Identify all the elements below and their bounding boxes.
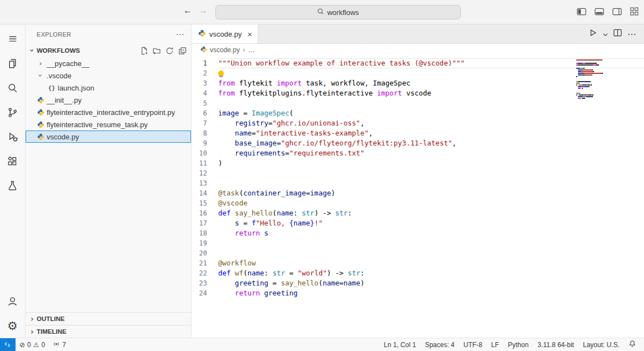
code-line-11[interactable]: 11) [192,158,644,168]
encoding[interactable]: UTF-8 [459,338,487,351]
minimap[interactable] [576,59,616,99]
line-content: def wf(name: str = "world") -> str: [218,268,644,278]
line-content: registry="ghcr.io/unionai-oss", [218,118,644,128]
tab-vscode-py[interactable]: vscode.py × [192,24,258,43]
workspace-title: WORKFLOWS [37,47,80,54]
tree-item-label: vscode.py [47,133,79,141]
line-number: 10 [192,149,218,157]
code-line-23[interactable]: 23 greeting = say_hello(name=name) [192,278,644,288]
line-number: 13 [192,179,218,187]
line-content [218,238,644,248]
tree-item--init-py[interactable]: __init__.py [26,94,191,106]
code-line-18[interactable]: 18 return s [192,228,644,238]
search-view-icon[interactable] [0,76,26,100]
source-control-icon[interactable] [0,100,26,124]
line-number: 8 [192,129,218,137]
code-line-17[interactable]: 17 s = f"Hello, {name}!" [192,218,644,228]
split-editor-icon[interactable] [613,29,622,39]
code-line-13[interactable]: 13 [192,178,644,188]
collapse-all-icon[interactable] [178,47,187,55]
code-line-24[interactable]: 24 return greeting [192,288,644,298]
bell-icon[interactable] [624,340,641,349]
code-line-20[interactable]: 20 [192,248,644,258]
python-version[interactable]: 3.11.8 64-bit [533,338,578,351]
ports-count: 7 [62,341,66,349]
code-line-10[interactable]: 10 requirements="requirements.txt" [192,148,644,158]
toggle-panel-icon[interactable] [595,8,604,16]
cursor-position[interactable]: Ln 1, Col 1 [379,338,420,351]
line-number: 22 [192,269,218,277]
code-line-6[interactable]: 6image = ImageSpec( [192,108,644,118]
code-line-9[interactable]: 9 base_image="ghcr.io/flyteorg/flytekit:… [192,138,644,148]
code-line-19[interactable]: 19 [192,238,644,248]
code-line-16[interactable]: 16def say_hello(name: str) -> str: [192,208,644,218]
code-line-8[interactable]: 8 name="interactive-tasks-example", [192,128,644,138]
editor-group: vscode.py × ⋯ [192,24,644,338]
code-line-22[interactable]: 22def wf(name: str = "world") -> str: [192,268,644,278]
tree-item-launch-json[interactable]: {}launch.json [26,82,191,94]
remote-indicator[interactable] [0,338,16,351]
explorer-more-actions-icon[interactable]: ⋯ [176,29,184,39]
outline-section[interactable]: › OUTLINE [26,312,191,325]
code-editor[interactable]: 1"""Union workflow example of interactiv… [192,56,644,338]
code-line-14[interactable]: 14@task(container_image=image) [192,188,644,198]
sidebar-title: EXPLORER [37,31,71,38]
toggle-primary-sidebar-icon[interactable] [577,8,586,16]
code-line-21[interactable]: 21@workflow [192,258,644,268]
refresh-icon[interactable] [165,47,174,55]
menu-icon[interactable] [0,27,26,51]
tab-close-icon[interactable]: × [248,30,253,38]
code-line-5[interactable]: 5 [192,98,644,108]
timeline-section[interactable]: › TIMELINE [26,325,191,338]
chevron-down-icon: › [36,71,46,80]
ports-indicator[interactable]: 7 [49,338,70,351]
settings-gear-icon[interactable]: ⚙ [0,313,26,338]
tree-item--vscode[interactable]: ›.vscode [26,69,191,82]
editor-more-actions-icon[interactable]: ⋯ [627,29,636,39]
line-content: return s [218,228,644,238]
back-button[interactable]: ← [183,6,192,16]
account-icon[interactable] [0,289,26,313]
tree-item--pycache-[interactable]: ›__pycache__ [26,57,191,69]
title-bar: ← → workflows [0,0,644,24]
line-number: 23 [192,279,218,287]
line-number: 9 [192,139,218,147]
run-debug-icon[interactable] [0,124,26,149]
line-number: 19 [192,239,218,247]
problems-indicator[interactable]: ⊘ 0 ⚠ 0 [16,338,49,351]
run-dropdown-chevron-icon[interactable] [603,29,608,39]
line-content: greeting = say_hello(name=name) [218,278,644,288]
breadcrumb-more[interactable]: … [248,46,255,54]
ports-icon [53,340,60,349]
breadcrumb-file[interactable]: vscode.py [210,46,240,54]
keyboard-layout[interactable]: Layout: U.S. [578,338,624,351]
errors-count: 0 [27,341,31,349]
code-line-12[interactable]: 12 [192,168,644,178]
command-center-search[interactable]: workflows [215,5,461,19]
tab-label: vscode.py [209,30,242,38]
line-content: base_image="ghcr.io/flyteorg/flytekit:py… [218,138,644,148]
tree-item-flyteinteractive-resume-task-py[interactable]: flyteinteractive_resume_task.py [26,118,191,131]
tree-item-flyteinteractive-interactive-entrypoint-py[interactable]: flyteinteractive_interactive_entrypoint.… [26,106,191,118]
code-line-15[interactable]: 15@vscode [192,198,644,208]
explorer-actions [140,47,187,55]
eol[interactable]: LF [487,338,504,351]
python-icon [36,121,46,128]
run-python-file-icon[interactable] [588,28,597,39]
indentation[interactable]: Spaces: 4 [420,338,459,351]
toggle-secondary-sidebar-icon[interactable] [612,8,622,16]
language-mode[interactable]: Python [504,338,533,351]
line-number: 12 [192,169,218,177]
tree-item-vscode-py[interactable]: vscode.py [26,131,191,143]
new-folder-icon[interactable] [153,47,161,55]
extensions-icon[interactable] [0,149,26,173]
customize-layout-icon[interactable] [630,7,638,16]
line-content [218,168,644,178]
line-number: 2 [192,69,218,77]
code-line-7[interactable]: 7 registry="ghcr.io/unionai-oss", [192,118,644,128]
lightbulb-icon[interactable] [218,71,224,76]
workspace-section-header[interactable]: › WORKFLOWS [26,44,191,57]
explorer-icon[interactable] [0,51,26,76]
testing-icon[interactable] [0,173,26,198]
new-file-icon[interactable] [140,47,148,55]
